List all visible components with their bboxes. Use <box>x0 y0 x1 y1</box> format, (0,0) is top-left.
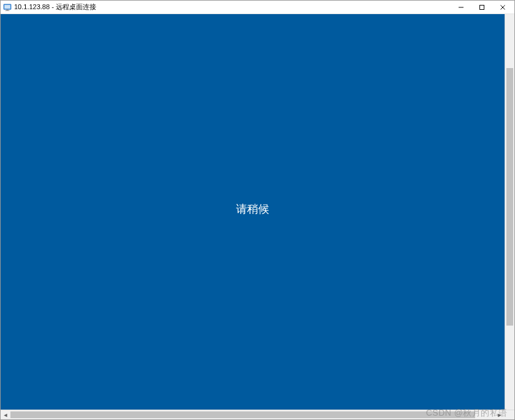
svg-rect-5 <box>480 5 484 9</box>
scroll-right-arrow-icon[interactable]: ► <box>495 410 505 419</box>
vertical-scrollbar-track[interactable] <box>505 14 514 410</box>
horizontal-scrollbar-thumb[interactable] <box>10 411 475 418</box>
close-button[interactable] <box>492 1 513 13</box>
scrollbar-corner <box>505 410 514 419</box>
window-controls <box>451 1 513 13</box>
maximize-button[interactable] <box>471 1 492 13</box>
remote-desktop-viewport[interactable]: 请稍候 <box>1 14 505 410</box>
horizontal-scrollbar[interactable]: ◄ ► <box>1 410 514 419</box>
rdp-app-icon <box>3 3 12 12</box>
svg-rect-1 <box>4 5 10 9</box>
titlebar[interactable]: 10.1.123.88 - 远程桌面连接 <box>1 1 514 14</box>
wait-message: 请稍候 <box>236 202 269 216</box>
content-wrap: 请稍候 <box>1 14 514 410</box>
window-title: 10.1.123.88 - 远程桌面连接 <box>14 2 451 12</box>
window-frame: 10.1.123.88 - 远程桌面连接 请稍候 <box>0 0 515 420</box>
client-area: 请稍候 ◄ ► <box>1 14 514 419</box>
horizontal-scrollbar-track[interactable] <box>10 410 495 419</box>
svg-rect-2 <box>6 9 9 10</box>
vertical-scrollbar[interactable] <box>505 14 514 410</box>
vertical-scrollbar-thumb[interactable] <box>506 68 513 326</box>
svg-rect-3 <box>6 10 10 10</box>
scroll-left-arrow-icon[interactable]: ◄ <box>1 410 10 419</box>
minimize-button[interactable] <box>451 1 471 13</box>
